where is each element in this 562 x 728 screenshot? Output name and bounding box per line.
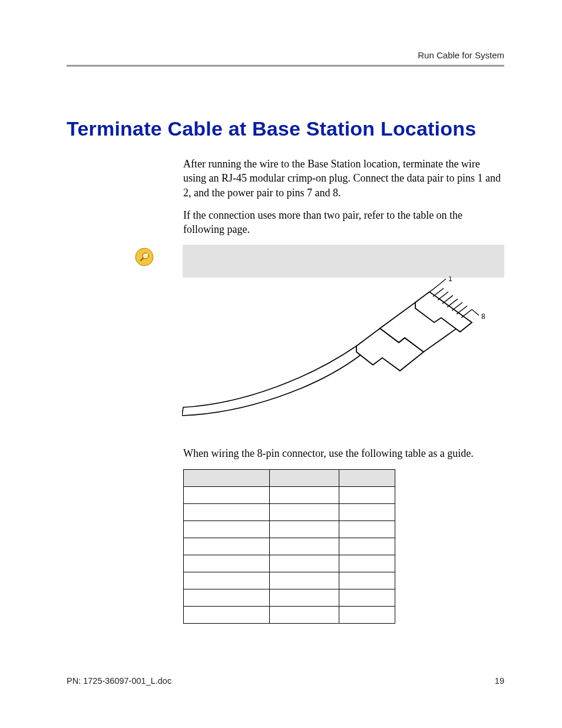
svg-line-6 [442, 295, 453, 304]
footer: PN: 1725-36097-001_L.doc 19 [67, 676, 504, 686]
table-section: When wiring the 8-pin connector, use the… [183, 446, 504, 623]
table-intro: When wiring the 8-pin connector, use the… [183, 446, 504, 460]
svg-line-4 [433, 288, 444, 297]
table-header-cell [270, 469, 339, 486]
svg-line-8 [452, 302, 462, 311]
paragraph-1: After running the wire to the Base Stati… [183, 157, 504, 200]
table-row [184, 538, 395, 555]
svg-line-5 [438, 292, 448, 300]
svg-line-9 [457, 306, 467, 314]
svg-point-2 [146, 253, 148, 256]
pin-table [183, 469, 395, 624]
pushpin-icon [134, 247, 154, 267]
svg-line-7 [447, 299, 458, 307]
table-row [184, 606, 395, 623]
page-title: Terminate Cable at Base Station Location… [67, 117, 504, 140]
running-header: Run Cable for System [67, 50, 504, 60]
table-header-cell [339, 469, 395, 486]
svg-line-11 [439, 279, 446, 285]
svg-line-10 [461, 309, 472, 318]
svg-point-1 [143, 253, 148, 259]
table-header-row [184, 469, 395, 486]
page: Run Cable for System Terminate Cable at … [0, 0, 562, 728]
table-row [184, 572, 395, 589]
table-row [184, 521, 395, 538]
table-row [184, 486, 395, 503]
svg-line-3 [428, 285, 439, 293]
pin-8-label: 8 [481, 312, 485, 321]
rj45-figure: 1 8 [182, 276, 504, 432]
table-header-cell [184, 469, 270, 486]
header-rule [67, 65, 504, 67]
doc-id: PN: 1725-36097-001_L.doc [67, 676, 171, 686]
page-number: 19 [495, 676, 504, 686]
body-column: After running the wire to the Base Stati… [183, 157, 504, 236]
paragraph-2: If the connection uses more than two pai… [183, 208, 504, 237]
svg-line-12 [472, 309, 479, 315]
pin-1-label: 1 [448, 276, 452, 283]
table-row [184, 555, 395, 572]
table-row [184, 589, 395, 606]
table-row [184, 503, 395, 521]
note-row [134, 245, 504, 278]
note-box [183, 245, 504, 278]
